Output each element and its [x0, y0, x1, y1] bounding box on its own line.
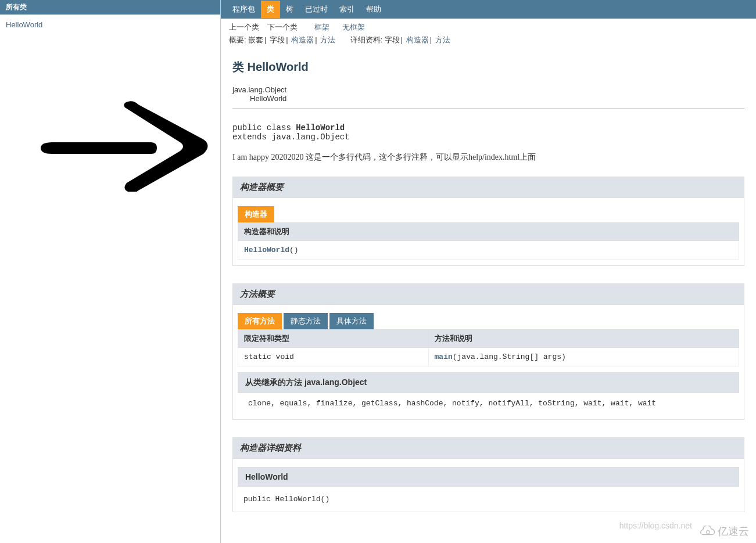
sidebar-header: 所有类	[0, 0, 220, 15]
method-link-main[interactable]: main	[435, 353, 453, 361]
constructor-detail-name: HelloWorld	[238, 467, 739, 487]
constructor-col-header: 构造器和说明	[238, 223, 739, 241]
constructor-summary-table: 构造器和说明 HelloWorld()	[238, 222, 739, 260]
nav-deprecated[interactable]: 已过时	[299, 1, 334, 18]
constructor-detail-signature: public HelloWorld()	[233, 487, 744, 512]
summary-constr-link[interactable]: 构造器	[291, 35, 314, 44]
inherited-methods-list: clone, equals, finalize, getClass, hashC…	[238, 393, 739, 413]
method-col1-header: 限定符和类型	[238, 330, 429, 348]
summary-method-link[interactable]: 方法	[320, 35, 335, 44]
detail-label: 详细资料:	[350, 35, 383, 44]
class-content: 类 HelloWorld java.lang.Object HelloWorld…	[221, 51, 756, 538]
nav-tree[interactable]: 树	[280, 1, 299, 18]
arrow-annotation	[35, 99, 221, 192]
nav-index[interactable]: 索引	[334, 1, 360, 18]
constructor-summary-section: 构造器概要 构造器 构造器和说明 HelloWorld()	[232, 177, 744, 266]
summary-nested: 嵌套	[248, 35, 263, 44]
prev-class-link: 上一个类	[229, 23, 259, 31]
method-modifier: static void	[238, 348, 429, 366]
nav-package[interactable]: 程序包	[227, 1, 261, 18]
tab-static-methods[interactable]: 静态方法	[284, 313, 328, 329]
nav-class[interactable]: 类	[261, 1, 280, 18]
inheritance-this: HelloWorld	[250, 94, 744, 103]
inheritance-parent: java.lang.Object	[232, 85, 744, 94]
constructor-summary-title: 构造器概要	[233, 177, 744, 198]
frames-link[interactable]: 框架	[314, 23, 329, 31]
class-signature: public class HelloWorld extends java.lan…	[232, 123, 744, 142]
class-title: 类 HelloWorld	[232, 59, 744, 75]
next-class-link: 下一个类	[267, 23, 298, 31]
nav-help[interactable]: 帮助	[360, 1, 387, 18]
detail-constr-link[interactable]: 构造器	[406, 35, 429, 44]
sidebar: 所有类 HelloWorld	[0, 0, 221, 543]
detail-method-link[interactable]: 方法	[435, 35, 450, 44]
constructor-detail-title: 构造器详细资料	[233, 438, 744, 459]
summary-field: 字段	[270, 35, 285, 44]
inherited-methods-title: 从类继承的方法 java.lang.Object	[238, 372, 739, 393]
main-content: 程序包 类 树 已过时 索引 帮助 上一个类 下一个类 框架 无框架 概要: 嵌…	[221, 0, 756, 543]
summary-label: 概要:	[229, 35, 246, 44]
sidebar-class-list: HelloWorld	[0, 15, 220, 35]
top-navigation: 程序包 类 树 已过时 索引 帮助	[221, 0, 756, 19]
constructor-link[interactable]: HelloWorld	[244, 246, 289, 254]
method-summary-title: 方法概要	[233, 284, 744, 305]
method-summary-table: 限定符和类型 方法和说明 static void main(java.lang.…	[238, 329, 739, 366]
tab-all-methods[interactable]: 所有方法	[238, 313, 282, 329]
method-col2-header: 方法和说明	[428, 330, 739, 348]
tab-concrete-methods[interactable]: 具体方法	[329, 313, 374, 329]
sidebar-class-link[interactable]: HelloWorld	[6, 20, 42, 29]
detail-field: 字段	[385, 35, 400, 44]
inheritance-tree: java.lang.Object HelloWorld	[232, 85, 744, 103]
noframes-link[interactable]: 无框架	[342, 23, 365, 31]
sub-navigation: 上一个类 下一个类 框架 无框架 概要: 嵌套| 字段| 构造器| 方法 详细资…	[221, 19, 756, 51]
constructor-detail-section: 构造器详细资料 HelloWorld public HelloWorld()	[232, 437, 744, 512]
method-summary-section: 方法概要 所有方法 静态方法 具体方法 限定符和类型 方法和说明 static …	[232, 283, 744, 420]
class-description: I am happy 20202020 这是一个多行代码，这个多行注释，可以显示…	[232, 152, 744, 163]
constructor-tab[interactable]: 构造器	[238, 206, 274, 222]
divider	[232, 109, 744, 109]
